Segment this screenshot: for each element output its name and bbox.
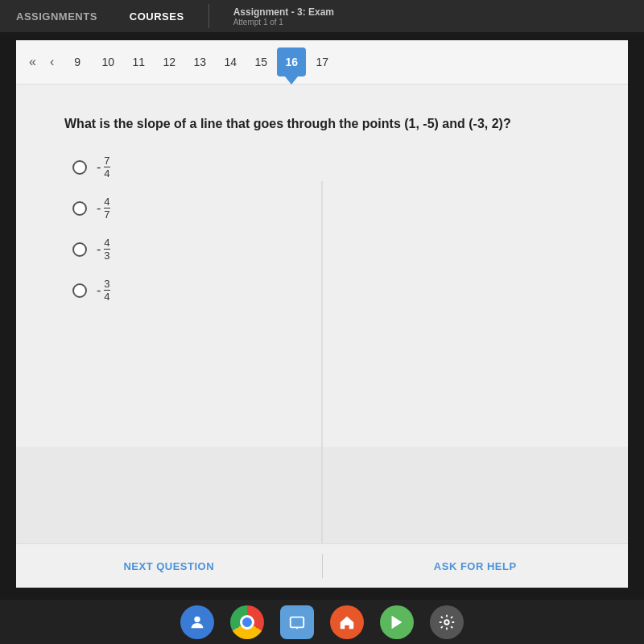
q-num-17[interactable]: 17 [308,47,336,76]
ask-for-help-btn[interactable]: ASK FOR HELP [323,544,629,588]
answer-options: - 7 4 - 4 7 [72,155,580,302]
assignment-info: Assignment - 3: Exam Attempt 1 of 1 [225,6,342,27]
q-num-12[interactable]: 12 [155,47,184,76]
minus-3: - [97,242,101,257]
square-icon[interactable] [280,605,314,639]
fraction-3: - 4 3 [97,237,110,261]
frac-4: 3 4 [104,279,109,302]
chrome-outer [230,605,264,639]
nav-assignments[interactable]: ASSIGNMENTS [8,0,105,32]
back-single-btn[interactable]: ‹ [45,52,59,72]
radio-1[interactable] [72,160,87,175]
vertical-divider [322,181,323,543]
question-text: What is the slope of a line that goes th… [64,117,580,131]
frac-2: 4 7 [104,196,109,220]
option-2[interactable]: - 4 7 [72,196,580,220]
svg-marker-3 [392,615,402,629]
fraction-1: - 7 4 [97,155,110,179]
chrome-inner [240,615,254,630]
settings-icon[interactable] [430,605,464,639]
option-4[interactable]: - 3 4 [72,279,580,302]
fraction-2: - 4 7 [97,196,110,220]
svg-rect-1 [291,617,304,627]
minus-1: - [97,160,101,175]
svg-point-0 [194,616,200,621]
nav-courses[interactable]: COURSES [122,0,192,32]
next-question-btn[interactable]: NEXT QUESTION [16,544,322,588]
fraction-4: - 3 4 [97,279,110,302]
back-double-btn[interactable]: « [24,52,41,72]
radio-4[interactable] [72,283,87,298]
q-num-9[interactable]: 9 [63,47,92,76]
play-store-icon[interactable] [380,605,414,639]
top-nav: ASSIGNMENTS COURSES Assignment - 3: Exam… [0,0,644,32]
q-num-16[interactable]: 16 [277,47,306,76]
q-num-14[interactable]: 14 [216,47,245,76]
question-numbers: 9 10 11 12 13 14 15 16 17 [63,47,620,76]
q-num-15[interactable]: 15 [246,47,275,76]
radio-2[interactable] [72,201,87,216]
option-3[interactable]: - 4 3 [72,237,580,261]
frac-1: 7 4 [104,155,109,179]
assignment-attempt: Attempt 1 of 1 [233,18,334,27]
assignment-title: Assignment - 3: Exam [233,6,334,18]
main-screen: « ‹ 9 10 11 12 13 14 15 16 17 What is th… [16,40,628,588]
android-taskbar [0,600,644,644]
q-num-10[interactable]: 10 [93,47,122,76]
radio-3[interactable] [72,242,87,257]
option-1[interactable]: - 7 4 [72,155,580,179]
question-nav: « ‹ 9 10 11 12 13 14 15 16 17 [16,40,628,85]
q-num-13[interactable]: 13 [185,47,214,76]
svg-point-4 [444,620,449,625]
frac-3: 4 3 [104,237,109,261]
chrome-icon[interactable] [230,605,264,639]
home-icon[interactable] [330,605,364,639]
person-icon[interactable] [180,605,214,639]
bottom-bar: NEXT QUESTION ASK FOR HELP [16,543,628,588]
minus-4: - [97,283,101,298]
nav-divider [208,4,209,28]
q-num-11[interactable]: 11 [124,47,153,76]
minus-2: - [97,201,101,216]
